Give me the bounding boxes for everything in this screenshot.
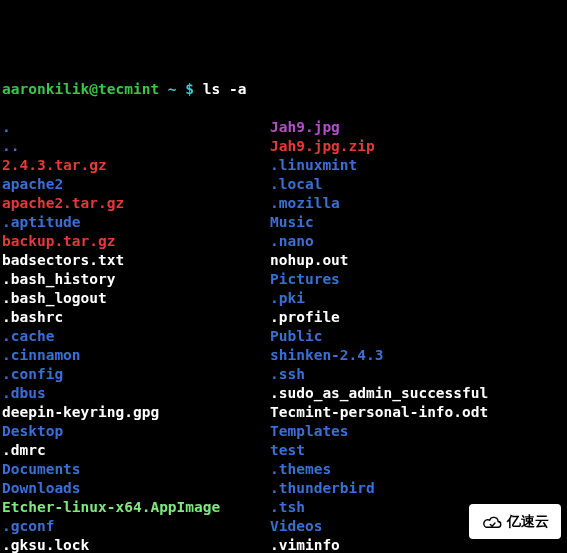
file-entry: .cinnamon [2, 346, 270, 365]
file-entry: .gconf [2, 517, 270, 536]
file-entry: backup.tar.gz [2, 232, 270, 251]
listing-row: 2.4.3.tar.gz.linuxmint [2, 156, 565, 175]
file-entry: . [2, 118, 270, 137]
listing-row: .aptitudeMusic [2, 213, 565, 232]
listing-row: .bash_logout.pki [2, 289, 565, 308]
file-entry: Etcher-linux-x64.AppImage [2, 498, 270, 517]
listing-row: Downloads.thunderbird [2, 479, 565, 498]
file-entry: .themes [270, 460, 331, 479]
listing-row: .Jah9.jpg [2, 118, 565, 137]
listing-row: badsectors.txtnohup.out [2, 251, 565, 270]
file-entry: .pki [270, 289, 305, 308]
file-entry: .viminfo [270, 536, 340, 553]
file-entry: shinken-2.4.3 [270, 346, 384, 365]
file-entry: Templates [270, 422, 349, 441]
listing-row: .dmrctest [2, 441, 565, 460]
listing-row: .cinnamonshinken-2.4.3 [2, 346, 565, 365]
file-entry: badsectors.txt [2, 251, 270, 270]
file-entry: apache2 [2, 175, 270, 194]
file-entry: .nano [270, 232, 314, 251]
listing-row: .config.ssh [2, 365, 565, 384]
prompt-sep: ~ $ [159, 81, 203, 97]
file-entry: test [270, 441, 305, 460]
listing-row: Documents.themes [2, 460, 565, 479]
cloud-icon [481, 515, 503, 529]
file-entry: .ssh [270, 365, 305, 384]
file-entry: .aptitude [2, 213, 270, 232]
file-entry: .dmrc [2, 441, 270, 460]
listing-row: .bash_historyPictures [2, 270, 565, 289]
listing-row: apache2.tar.gz.mozilla [2, 194, 565, 213]
file-entry: .profile [270, 308, 340, 327]
listing-row: .dbus.sudo_as_admin_successful [2, 384, 565, 403]
file-entry: Tecmint-personal-info.odt [270, 403, 488, 422]
file-entry: .bash_history [2, 270, 270, 289]
prompt-user: aaronkilik@tecmint [2, 81, 159, 97]
file-entry: .sudo_as_admin_successful [270, 384, 488, 403]
watermark-text: 亿速云 [507, 512, 549, 531]
file-entry: apache2.tar.gz [2, 194, 270, 213]
file-entry: Desktop [2, 422, 270, 441]
listing-row: .bashrc.profile [2, 308, 565, 327]
listing-row: .cachePublic [2, 327, 565, 346]
file-entry: .cache [2, 327, 270, 346]
file-entry: .gksu.lock [2, 536, 270, 553]
prompt-line: aaronkilik@tecmint ~ $ ls -a [2, 80, 565, 99]
file-entry: .mozilla [270, 194, 340, 213]
file-entry: Pictures [270, 270, 340, 289]
file-listing: .Jah9.jpg..Jah9.jpg.zip2.4.3.tar.gz.linu… [2, 118, 565, 553]
file-entry: .bashrc [2, 308, 270, 327]
prompt-command[interactable]: ls -a [203, 81, 247, 97]
listing-row: apache2.local [2, 175, 565, 194]
file-entry: Music [270, 213, 314, 232]
file-entry: nohup.out [270, 251, 349, 270]
file-entry: .. [2, 137, 270, 156]
file-entry: .tsh [270, 498, 305, 517]
file-entry: .linuxmint [270, 156, 357, 175]
file-entry: Downloads [2, 479, 270, 498]
file-entry: Jah9.jpg.zip [270, 137, 375, 156]
listing-row: deepin-keyring.gpgTecmint-personal-info.… [2, 403, 565, 422]
file-entry: Public [270, 327, 322, 346]
file-entry: deepin-keyring.gpg [2, 403, 270, 422]
file-entry: Videos [270, 517, 322, 536]
file-entry: 2.4.3.tar.gz [2, 156, 270, 175]
file-entry: .dbus [2, 384, 270, 403]
file-entry: .config [2, 365, 270, 384]
listing-row: backup.tar.gz.nano [2, 232, 565, 251]
file-entry: Jah9.jpg [270, 118, 340, 137]
watermark: 亿速云 [469, 504, 561, 539]
listing-row: ..Jah9.jpg.zip [2, 137, 565, 156]
listing-row: DesktopTemplates [2, 422, 565, 441]
file-entry: Documents [2, 460, 270, 479]
file-entry: .bash_logout [2, 289, 270, 308]
file-entry: .local [270, 175, 322, 194]
file-entry: .thunderbird [270, 479, 375, 498]
